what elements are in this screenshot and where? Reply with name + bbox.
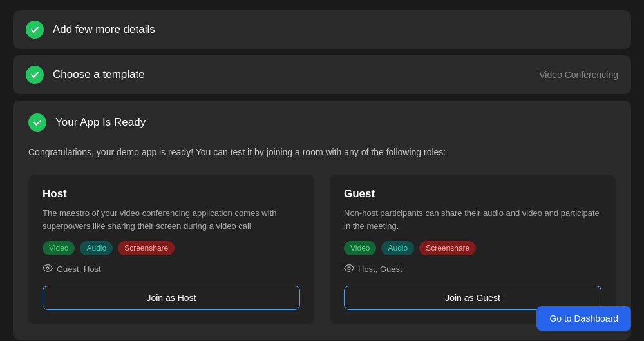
check-icon-choose-template (26, 66, 44, 84)
roles-container: Host The maestro of your video conferenc… (28, 175, 616, 324)
host-tag-audio: Audio (80, 241, 113, 255)
step-app-ready-description: Congratulations, your demo app is ready!… (28, 146, 446, 159)
dashboard-button-container: Go to Dashboard (536, 306, 631, 331)
join-as-host-button[interactable]: Join as Host (43, 286, 300, 310)
host-title: Host (43, 188, 300, 200)
svg-point-1 (348, 267, 350, 269)
host-viewers-row: Guest, Host (43, 263, 300, 275)
guest-viewers-text: Host, Guest (358, 264, 402, 274)
eye-icon-host (43, 263, 53, 275)
step-add-details: Add few more details (13, 10, 631, 49)
go-to-dashboard-button[interactable]: Go to Dashboard (536, 306, 631, 331)
main-container: Add few more details Choose a template V… (0, 0, 644, 341)
host-tags-row: Video Audio Screenshare (43, 241, 300, 255)
guest-title: Guest (344, 188, 601, 200)
step-app-ready-title: Your App Is Ready (55, 116, 146, 129)
guest-tag-video: Video (344, 241, 376, 255)
step-add-details-title: Add few more details (53, 23, 155, 36)
host-tag-screenshare: Screenshare (118, 241, 175, 255)
guest-tag-audio: Audio (381, 241, 414, 255)
guest-role-card: Guest Non-host participants can share th… (330, 175, 616, 324)
step-choose-template-title: Choose a template (53, 68, 145, 81)
host-viewers-text: Guest, Host (57, 264, 101, 274)
host-role-card: Host The maestro of your video conferenc… (28, 175, 314, 324)
svg-point-0 (46, 267, 49, 269)
step-choose-template: Choose a template Video Conferencing (13, 55, 631, 94)
check-icon-add-details (26, 21, 44, 39)
guest-viewers-row: Host, Guest (344, 263, 601, 275)
guest-tags-row: Video Audio Screenshare (344, 241, 601, 255)
host-description: The maestro of your video conferencing a… (43, 207, 300, 232)
guest-tag-screenshare: Screenshare (419, 241, 476, 255)
eye-icon-guest (344, 263, 354, 275)
check-icon-app-ready (28, 113, 46, 132)
guest-description: Non-host participants can share their au… (344, 207, 601, 232)
step-choose-template-subtitle: Video Conferencing (539, 70, 618, 80)
step-app-ready: Your App Is Ready Congratulations, your … (13, 101, 631, 340)
host-tag-video: Video (43, 241, 75, 255)
step-app-ready-header: Your App Is Ready (28, 113, 616, 132)
